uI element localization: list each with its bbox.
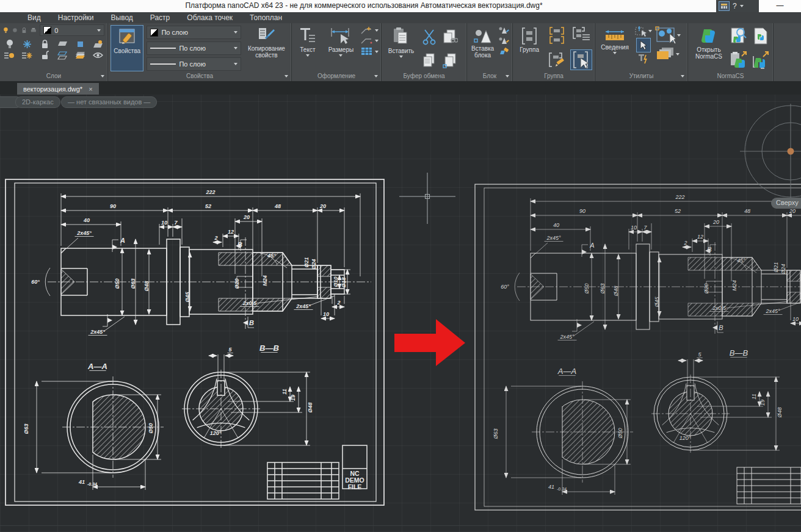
cut-icon[interactable] [422, 29, 437, 45]
layer-bulb-plane-icon[interactable] [93, 40, 103, 49]
lineweight-combo[interactable]: По слою [147, 57, 241, 71]
tab-vectorization[interactable]: векторизация.dwg* × [17, 83, 99, 95]
cursor-select-button[interactable] [636, 38, 651, 52]
layer-freeze-icon[interactable] [12, 27, 18, 34]
svg-text:222: 222 [205, 189, 215, 195]
ribbon-toggle-icon[interactable] [719, 1, 730, 11]
svg-text:90: 90 [579, 208, 585, 214]
svg-text:52: 52 [675, 208, 681, 214]
raster-drawing-sheet: 22290524820401072021245°2x45°AB60°Ø50Ø63… [5, 179, 385, 511]
svg-text:11: 11 [281, 389, 288, 394]
normacs-search-doc-icon[interactable] [730, 27, 747, 45]
layer-walk-icon[interactable] [57, 51, 68, 60]
properties-button[interactable]: Свойства [111, 25, 143, 71]
filter-lightning-icon[interactable] [638, 54, 649, 65]
layer-freeze-all-icon[interactable] [23, 40, 32, 49]
edit-group-icon[interactable] [548, 51, 565, 69]
match-properties-button[interactable]: Копирование свойств [244, 25, 289, 71]
unlock-layer-icon[interactable] [41, 51, 49, 60]
select-group-button[interactable] [570, 49, 592, 70]
table-caret-icon[interactable] [375, 51, 379, 53]
selection-circles-icon[interactable] [655, 26, 676, 45]
svg-text:Ø18: Ø18 [341, 277, 347, 287]
block-attributes-icon[interactable] [499, 47, 510, 56]
layer-list-freeze-icon[interactable] [22, 51, 32, 60]
leader-add-caret-icon[interactable] [375, 29, 379, 32]
layer-plane-icon[interactable] [57, 40, 68, 48]
svg-text:B—B: B—B [730, 348, 748, 358]
properties-panel-caret-icon[interactable] [285, 75, 288, 77]
copy-link-icon[interactable] [442, 29, 458, 45]
panel-caption-clipboard: Буфер обмена [404, 73, 445, 79]
text-label: Текст [300, 46, 315, 53]
leader-add-icon[interactable] [361, 26, 373, 35]
layer-stack-icon[interactable] [75, 51, 86, 59]
selection-caret-icon[interactable] [677, 34, 681, 37]
block-edit-icon[interactable] [499, 26, 510, 35]
panel-normacs: Открыть NormaCS NormaCS [688, 23, 774, 81]
svg-text:45°: 45° [737, 257, 745, 264]
layer-plot-icon[interactable] [31, 27, 37, 34]
table-icon[interactable] [361, 47, 373, 56]
normacs-doc-icon[interactable] [753, 27, 768, 45]
utilities-panel-caret-icon[interactable] [681, 75, 684, 77]
quick-select-caret-icon[interactable] [648, 30, 652, 32]
ribbon: 0 Сл [0, 23, 801, 81]
text-button[interactable]: Текст [294, 25, 321, 71]
layer-on-icon[interactable] [3, 26, 9, 34]
leader-caret-icon[interactable] [375, 40, 379, 42]
svg-text:19: 19 [759, 400, 766, 406]
layer-select-combo[interactable]: 0 [40, 24, 104, 36]
annotation-panel-caret-icon[interactable] [374, 75, 378, 77]
layers-panel-caret-icon[interactable] [101, 75, 104, 77]
quick-select-icon[interactable] [635, 26, 647, 37]
dimensions-caret-icon [339, 54, 343, 57]
view-mode-pill[interactable]: 2D-каркас [15, 96, 60, 108]
panel-group: Группа Группа [513, 23, 595, 81]
inquiry-button[interactable]: Сведения [598, 25, 632, 71]
block-panel-caret-icon[interactable] [506, 75, 509, 77]
group-manager-icon[interactable] [572, 26, 590, 45]
ungroup-icon[interactable] [549, 26, 565, 45]
linetype-combo[interactable]: По слою [147, 41, 241, 55]
normacs-export-icon[interactable] [752, 51, 769, 70]
tab-close-icon[interactable]: × [89, 85, 92, 93]
insert-block-button[interactable]: Вставка блока [469, 25, 496, 71]
menu-vyvod[interactable]: Вывод [111, 13, 133, 22]
drawing-canvas[interactable]: 2D-каркас — нет связанных видов — 222905… [0, 95, 801, 532]
paste-button[interactable]: Вставить [384, 25, 418, 71]
copy-icon[interactable] [422, 53, 436, 69]
panel-block: Вставка блока Блок [467, 23, 513, 81]
group-button[interactable]: Группа [515, 25, 543, 71]
inquiry-label: Сведения [601, 44, 629, 51]
open-normacs-button[interactable]: Открыть NormaCS [690, 25, 727, 71]
menu-oblaka[interactable]: Облака точек [187, 13, 233, 22]
linked-views-pill[interactable]: — нет связанных видов — [61, 96, 157, 108]
layer-list-on-icon[interactable] [4, 51, 15, 60]
menu-nastroyki[interactable]: Настройки [58, 13, 94, 22]
properties-icon [117, 27, 137, 46]
block-redefine-icon[interactable] [499, 37, 510, 45]
minimize-button[interactable]: — [759, 0, 801, 12]
layer-lock-icon[interactable] [21, 27, 27, 34]
draw-order-caret-icon[interactable] [676, 53, 680, 56]
leader-icon[interactable] [361, 37, 373, 45]
menu-rastr[interactable]: Растр [150, 13, 170, 22]
layer-square-icon[interactable] [77, 41, 84, 48]
layer-visibility-icon[interactable] [5, 39, 14, 49]
copy-base-point-icon[interactable] [443, 53, 457, 69]
color-combo[interactable]: По слою [147, 26, 241, 39]
menu-vid[interactable]: Вид [27, 13, 41, 22]
panel-caption-properties: Свойства [186, 73, 213, 79]
help-caret-icon[interactable] [740, 5, 744, 7]
dimensions-button[interactable]: Размеры [324, 25, 358, 71]
layer-eye-icon[interactable] [93, 52, 103, 59]
lock-layer-icon[interactable] [41, 40, 49, 49]
panel-layers: 0 Сл [0, 23, 108, 81]
dimensions-icon [330, 27, 352, 45]
normacs-paste-icon[interactable] [730, 51, 747, 70]
help-button[interactable]: ? [733, 2, 737, 10]
svg-text:60°: 60° [501, 284, 509, 290]
draw-order-icon[interactable] [656, 47, 675, 62]
menu-topoplan[interactable]: Топоплан [250, 13, 282, 22]
